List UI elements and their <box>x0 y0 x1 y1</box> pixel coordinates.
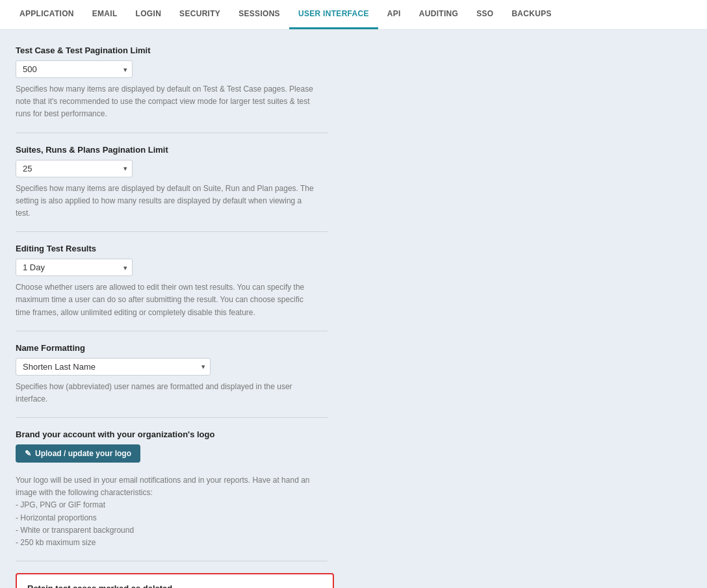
name-formatting-select[interactable]: Full Name Shorten Last Name Shorten Firs… <box>16 358 211 376</box>
suites-pagination-description: Specifies how many items are displayed b… <box>16 183 315 220</box>
test-pagination-description: Specifies how many items are displayed b… <box>16 83 315 121</box>
editing-results-select[interactable]: Disabled 30 Minutes 1 Hour 1 Day 1 Week … <box>16 259 133 276</box>
upload-logo-label: Upload / update your logo <box>35 449 131 458</box>
main-content: Test Case & Test Pagination Limit 10 25 … <box>0 30 390 588</box>
test-pagination-title: Test Case & Test Pagination Limit <box>16 45 374 55</box>
divider-3 <box>16 331 328 331</box>
tab-auditing[interactable]: AUDITING <box>410 0 467 29</box>
tab-security[interactable]: SECURITY <box>170 0 229 29</box>
retain-deleted-title: Retain test cases marked as deleted <box>27 583 322 588</box>
suites-pagination-section: Suites, Runs & Plans Pagination Limit 10… <box>16 145 374 220</box>
upload-logo-button[interactable]: ✎ Upload / update your logo <box>16 444 140 463</box>
branding-title: Brand your account with your organizatio… <box>16 429 374 439</box>
editing-results-description: Choose whether users are allowed to edit… <box>16 281 315 319</box>
tab-backups[interactable]: BACKUPS <box>502 0 560 29</box>
name-formatting-select-wrapper: Full Name Shorten Last Name Shorten Firs… <box>16 358 211 376</box>
tab-api[interactable]: API <box>378 0 410 29</box>
suites-pagination-title: Suites, Runs & Plans Pagination Limit <box>16 145 374 155</box>
retain-deleted-section: Retain test cases marked as deleted 1 Da… <box>16 573 334 588</box>
tab-user-interface[interactable]: USER INTERFACE <box>289 0 378 29</box>
suites-pagination-select[interactable]: 10 25 50 100 250 500 <box>16 160 133 177</box>
divider-5 <box>16 561 328 561</box>
branding-section: Brand your account with your organizatio… <box>16 429 374 549</box>
test-pagination-select-wrapper: 10 25 50 100 250 500 ▾ <box>16 60 133 78</box>
name-formatting-title: Name Formatting <box>16 343 374 353</box>
name-formatting-section: Name Formatting Full Name Shorten Last N… <box>16 343 374 405</box>
editing-results-section: Editing Test Results Disabled 30 Minutes… <box>16 244 374 319</box>
navigation-bar: APPLICATION EMAIL LOGIN SECURITY SESSION… <box>0 0 707 30</box>
divider-1 <box>16 133 328 133</box>
divider-4 <box>16 417 328 418</box>
name-formatting-description: Specifies how (abbreviated) user names a… <box>16 381 315 405</box>
tab-login[interactable]: LOGIN <box>127 0 171 29</box>
tab-email[interactable]: EMAIL <box>83 0 127 29</box>
test-pagination-section: Test Case & Test Pagination Limit 10 25 … <box>16 45 374 121</box>
test-pagination-select[interactable]: 10 25 50 100 250 500 <box>16 60 133 78</box>
tab-sessions[interactable]: SESSIONS <box>229 0 289 29</box>
tab-sso[interactable]: SSO <box>467 0 502 29</box>
editing-results-title: Editing Test Results <box>16 244 374 253</box>
branding-description: Your logo will be used in your email not… <box>16 474 315 549</box>
suites-pagination-select-wrapper: 10 25 50 100 250 500 ▾ <box>16 160 133 177</box>
upload-icon: ✎ <box>25 449 31 458</box>
tab-application[interactable]: APPLICATION <box>10 0 83 29</box>
editing-results-select-wrapper: Disabled 30 Minutes 1 Hour 1 Day 1 Week … <box>16 259 133 276</box>
divider-2 <box>16 231 328 232</box>
